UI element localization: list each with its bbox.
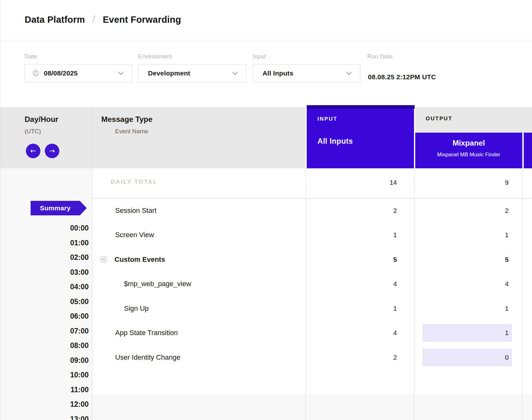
clock-icon xyxy=(32,69,39,77)
hour-row-0300[interactable]: 03:00 xyxy=(0,268,89,276)
top-bar: Data Platform / Event Forwarding xyxy=(0,0,532,40)
environment-select-value: Development xyxy=(148,69,190,77)
output-column-header[interactable]: Mixpanel Mixpanel MB Music Finder xyxy=(415,133,522,168)
output-connector-name: Mixpanel xyxy=(415,139,522,147)
breadcrumb-separator: / xyxy=(91,14,97,25)
output-section-label: OUTPUT xyxy=(426,116,452,122)
row-label-app-state-transition: App State Transition xyxy=(115,329,178,337)
input-column-header: INPUT All Inputs xyxy=(307,109,414,168)
hour-row-1300[interactable]: 13:00 xyxy=(0,415,89,420)
input-section-label: INPUT xyxy=(317,116,338,122)
daily-total-label: DAILY TOTAL xyxy=(111,179,157,185)
output-count-session-start: 2 xyxy=(505,207,509,214)
prev-day-button[interactable]: ← xyxy=(26,144,40,158)
column-divider xyxy=(305,168,306,420)
hour-row-0100[interactable]: 01:00 xyxy=(0,238,89,247)
day-hour-title: Day/Hour xyxy=(25,115,58,124)
input-count-app-state-transition: 4 xyxy=(393,329,397,337)
event-forwarding-page: Data Platform / Event Forwarding Date En… xyxy=(0,0,532,420)
input-count-user-identity-change: 2 xyxy=(393,354,397,361)
column-divider xyxy=(522,168,523,420)
column-divider xyxy=(414,168,414,420)
hour-row-0400[interactable]: 04:00 xyxy=(0,283,89,291)
hour-row-0800[interactable]: 08:00 xyxy=(0,341,89,350)
output-count-mp-web-page-view: 4 xyxy=(505,280,509,288)
hour-row-1000[interactable]: 10:00 xyxy=(0,371,89,379)
row-label-mp-web-page-view: $mp_web_page_view xyxy=(124,280,191,288)
hour-row-0600[interactable]: 06:00 xyxy=(0,312,89,321)
input-count-mp-web-page-view: 4 xyxy=(393,280,397,288)
output-connection-name: Mixpanel MB Music Finder xyxy=(415,152,522,158)
day-hour-subtitle: (UTC) xyxy=(25,128,41,135)
arrow-left-icon: ← xyxy=(30,147,36,154)
input-select-value: All Inputs xyxy=(263,69,293,77)
next-output-column-partial xyxy=(524,133,532,168)
table-footer-area xyxy=(92,394,532,420)
summary-tab[interactable]: Summary xyxy=(31,201,80,215)
hour-row-1100[interactable]: 11:00 xyxy=(0,385,89,394)
output-count-user-identity-change: 0 xyxy=(505,354,509,361)
row-label-session-start: Session Start xyxy=(115,207,157,215)
column-divider xyxy=(92,107,92,420)
output-count-sign-up: 1 xyxy=(505,305,509,312)
date-select[interactable]: 08/08/2025 xyxy=(25,64,132,82)
environment-select[interactable]: Development xyxy=(138,64,246,82)
breadcrumb-event-forwarding: Event Forwarding xyxy=(103,15,181,25)
run-date-value: 08.08.25 2:12PM UTC xyxy=(368,73,436,81)
breadcrumb-data-platform[interactable]: Data Platform xyxy=(25,15,85,25)
row-label-user-identity-change: User Identity Change xyxy=(115,353,180,362)
input-filter-label: Input xyxy=(253,53,266,60)
chevron-down-icon xyxy=(232,72,238,75)
breadcrumb: Data Platform / Event Forwarding xyxy=(25,14,181,25)
input-count-screen-view: 1 xyxy=(393,231,397,239)
environment-filter-label: Environment xyxy=(138,53,172,60)
input-column-top-strip xyxy=(307,105,415,109)
input-count-sign-up: 1 xyxy=(393,305,397,312)
chevron-down-icon xyxy=(346,72,352,75)
date-select-value: 08/08/2025 xyxy=(44,69,78,77)
arrow-right-icon: → xyxy=(49,147,55,154)
row-label-sign-up: Sign Up xyxy=(124,304,149,313)
run-date-label: Run Date xyxy=(367,53,393,60)
hour-row-0900[interactable]: 09:00 xyxy=(0,356,89,364)
summary-tab-label: Summary xyxy=(31,204,80,212)
input-count-custom-events: 5 xyxy=(393,256,397,263)
next-day-button[interactable]: → xyxy=(45,144,59,158)
hour-row-0500[interactable]: 05:00 xyxy=(0,297,89,306)
daily-total-input-value: 14 xyxy=(390,179,397,186)
dropped-output-cell-highlight xyxy=(423,349,512,366)
chevron-down-icon xyxy=(118,72,124,75)
daily-total-divider xyxy=(92,198,532,199)
date-filter-label: Date xyxy=(25,53,37,60)
dropped-output-cell-highlight xyxy=(423,324,512,342)
input-column-name: All Inputs xyxy=(317,137,353,146)
collapse-minus-icon[interactable] xyxy=(101,257,106,262)
hour-row-1200[interactable]: 12:00 xyxy=(0,400,89,409)
hour-row-0700[interactable]: 07:00 xyxy=(0,327,89,335)
input-select[interactable]: All Inputs xyxy=(253,64,360,82)
row-label-screen-view: Screen View xyxy=(115,231,154,239)
daily-total-output-value: 9 xyxy=(505,179,509,186)
output-count-app-state-transition: 1 xyxy=(505,329,509,337)
event-name-subtitle: Event Name xyxy=(115,128,148,135)
output-count-custom-events: 5 xyxy=(505,256,509,263)
input-count-session-start: 2 xyxy=(393,207,397,214)
hour-row-0200[interactable]: 02:00 xyxy=(0,253,89,262)
output-count-screen-view: 1 xyxy=(505,231,509,239)
hour-row-0000[interactable]: 00:00 xyxy=(0,224,89,232)
summary-tab-arrow xyxy=(80,201,87,215)
message-type-title: Message Type xyxy=(101,115,152,124)
row-label-custom-events: Custom Events xyxy=(115,255,165,264)
